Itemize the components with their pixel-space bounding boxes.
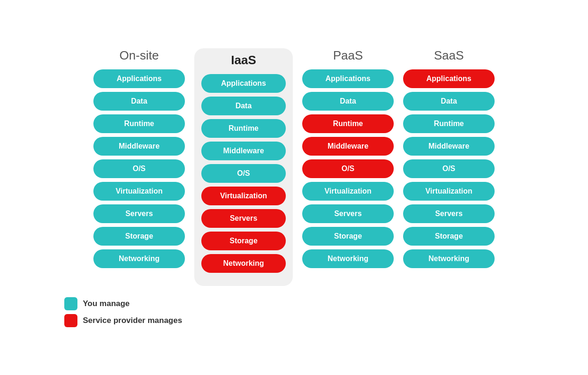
pill-paas-0: Applications [302,69,394,88]
pill-iaas-2: Runtime [201,119,286,138]
pill-saas-5: Virtualization [403,182,495,201]
pill-paas-8: Networking [302,249,394,268]
pill-iaas-0: Applications [201,74,286,93]
pill-paas-2: Runtime [302,114,394,133]
pill-onsite-5: Virtualization [93,182,185,201]
pill-saas-7: Storage [403,227,495,246]
column-onsite: On-siteApplicationsDataRuntimeMiddleware… [93,48,185,272]
pill-paas-4: O/S [302,159,394,178]
pill-onsite-1: Data [93,92,185,111]
column-header-paas: PaaS [333,48,363,63]
legend: You manageService provider manages [64,297,183,327]
legend-item: You manage [64,297,183,310]
pill-iaas-3: Middleware [201,142,286,160]
column-saas: SaaSApplicationsDataRuntimeMiddlewareO/S… [403,48,495,272]
pill-iaas-7: Storage [201,232,286,250]
pill-onsite-4: O/S [93,159,185,178]
pill-iaas-4: O/S [201,164,286,183]
column-header-onsite: On-site [120,48,159,63]
pill-saas-0: Applications [403,69,495,88]
columns-wrapper: On-siteApplicationsDataRuntimeMiddleware… [93,48,495,286]
legend-box-red [64,314,77,327]
pill-paas-3: Middleware [302,137,394,156]
pill-iaas-5: Virtualization [201,187,286,205]
column-iaas: IaaSApplicationsDataRuntimeMiddlewareO/S… [194,48,293,286]
pill-onsite-2: Runtime [93,114,185,133]
legend-label: You manage [83,299,130,308]
legend-label: Service provider manages [83,316,183,325]
pill-saas-1: Data [403,92,495,111]
pill-saas-8: Networking [403,249,495,268]
diagram-container: On-siteApplicationsDataRuntimeMiddleware… [36,48,552,327]
pill-iaas-8: Networking [201,254,286,273]
pill-onsite-6: Servers [93,204,185,223]
legend-box-teal [64,297,77,310]
pill-paas-6: Servers [302,204,394,223]
pill-saas-4: O/S [403,159,495,178]
pill-saas-2: Runtime [403,114,495,133]
pill-onsite-3: Middleware [93,137,185,156]
pill-onsite-0: Applications [93,69,185,88]
pill-saas-6: Servers [403,204,495,223]
column-header-saas: SaaS [434,48,464,63]
legend-item: Service provider manages [64,314,183,327]
pill-onsite-7: Storage [93,227,185,246]
pill-paas-1: Data [302,92,394,111]
pill-iaas-6: Servers [201,209,286,228]
column-paas: PaaSApplicationsDataRuntimeMiddlewareO/S… [302,48,394,272]
column-header-iaas: IaaS [231,53,256,68]
pill-paas-7: Storage [302,227,394,246]
pill-paas-5: Virtualization [302,182,394,201]
pill-iaas-1: Data [201,97,286,115]
pill-onsite-8: Networking [93,249,185,268]
pill-saas-3: Middleware [403,137,495,156]
